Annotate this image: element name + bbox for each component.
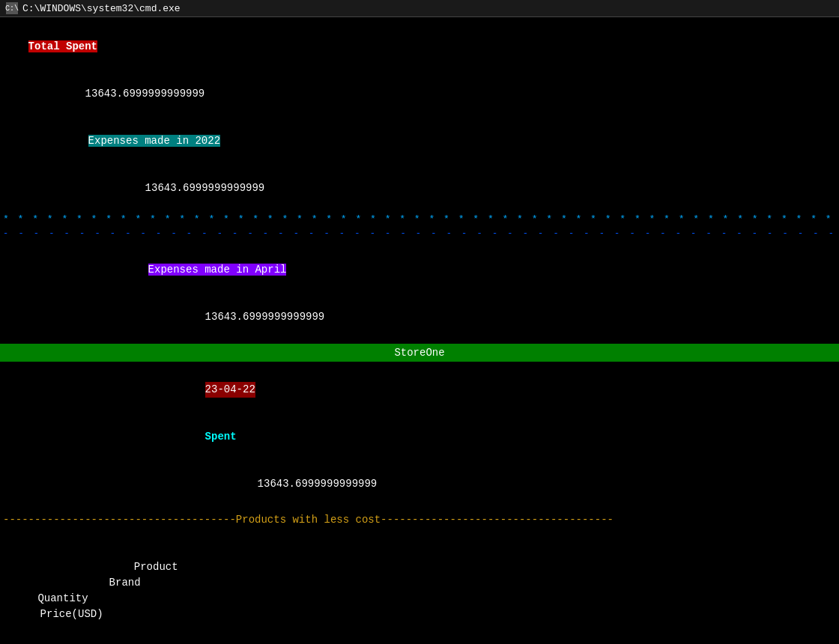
store-banner: StoreOne [0, 344, 839, 362]
less-col-header-price: Price(USD) [28, 607, 103, 622]
expenses-april-line: Expenses made in April [0, 240, 839, 294]
less-row-0: 23 Potatoes AllFood 1 58.8 [0, 638, 839, 645]
expenses-april-value: 13643.6999999999999 [205, 311, 325, 323]
less-cost-title: -Products with less cost- [229, 514, 387, 526]
spent-value: 13643.6999999999999 [258, 478, 378, 490]
less-col-header-qty: Quantity [28, 591, 88, 607]
expenses-2022-value: 13643.6999999999999 [145, 182, 265, 194]
store-name: StoreOne [394, 347, 444, 359]
total-spent-label: Total Spent [28, 40, 97, 52]
separator-blue-star-1: * * * * * * * * * * * * * * * * * * * * … [0, 212, 839, 227]
terminal-content: Total Spent 13643.6999999999999 Expenses… [0, 17, 839, 644]
expenses-april-value-line: 13643.6999999999999 [0, 294, 839, 341]
total-spent-value: 13643.6999999999999 [85, 88, 205, 100]
expenses-2022-label: Expenses made in 2022 [88, 135, 220, 147]
total-spent-line: Total Spent [0, 23, 839, 70]
spent-label: Spent [205, 431, 237, 443]
less-col-header-product: Product [28, 559, 178, 575]
title-bar: C:\ C:\WINDOWS\system32\cmd.exe [0, 0, 839, 17]
total-spent-value-line: 13643.6999999999999 [0, 70, 839, 118]
less-cost-separator: -------------------------------------Pro… [0, 512, 839, 528]
title-bar-text: C:\WINDOWS\system32\cmd.exe [22, 3, 181, 14]
expenses-april-label: Expenses made in April [148, 264, 287, 276]
receipt-date: 23-04-22 [205, 382, 255, 398]
cmd-icon: C:\ [6, 2, 18, 14]
less-col-header-brand: Brand [28, 575, 141, 591]
expenses-2022-value-line: 13643.6999999999999 [0, 165, 839, 212]
less-cost-header: Product Brand Quantity Price(USD) [0, 528, 839, 638]
date-line: 23-04-22 [0, 362, 839, 413]
spent-value-line: 13643.6999999999999 [0, 461, 839, 508]
spent-label-line: Spent [0, 413, 839, 461]
separator-blue-dash-1: - - - - - - - - - - - - - - - - - - - - … [0, 227, 839, 240]
expenses-2022-line: Expenses made in 2022 [0, 118, 839, 165]
